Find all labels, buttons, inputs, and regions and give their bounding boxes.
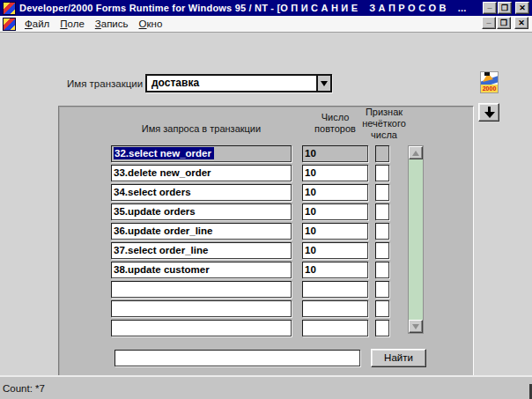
logo-2000-text: 2000 xyxy=(481,85,498,92)
mdi-restore-button[interactable]: ❐ xyxy=(497,17,511,29)
mdi-close-button[interactable]: ✕ xyxy=(514,17,528,29)
statusbar: Count: *7 xyxy=(0,375,532,399)
queries-panel: Имя запроса в транзакции Число повторов … xyxy=(58,106,474,381)
repeat-count-field[interactable]: 10 xyxy=(302,203,368,220)
fuzzy-flag-field[interactable] xyxy=(375,300,389,317)
repeat-count-field[interactable]: 10 xyxy=(302,242,368,259)
find-button[interactable]: Найти xyxy=(371,349,426,367)
query-name-field[interactable]: 35.update orders xyxy=(111,203,292,220)
search-input[interactable] xyxy=(115,350,360,366)
divider xyxy=(512,17,514,29)
fuzzy-flag-field[interactable] xyxy=(375,165,389,181)
fuzzy-flag-field[interactable] xyxy=(375,262,389,278)
repeat-count-field[interactable] xyxy=(302,300,368,317)
close-button[interactable]: ✕ xyxy=(515,2,529,14)
mdi-window-controls: _ ❐ ✕ xyxy=(482,17,528,29)
fuzzy-flag-field[interactable] xyxy=(375,281,389,298)
query-name-field[interactable] xyxy=(111,300,292,317)
query-name-field[interactable] xyxy=(111,320,292,336)
menubar: Файл Поле Запись Окно _ ❐ ✕ xyxy=(0,16,532,33)
triangle-down-icon xyxy=(412,324,419,329)
mdi-minimize-button[interactable]: _ xyxy=(482,17,496,29)
fuzzy-flag-field[interactable] xyxy=(375,242,389,259)
transaction-name-label: Имя транзакции xyxy=(67,78,143,89)
repeat-count-field[interactable] xyxy=(302,281,368,298)
query-name-field[interactable]: 34.select orders xyxy=(111,184,292,201)
app-icon[interactable] xyxy=(3,2,16,15)
selected-text: 32.select new_order xyxy=(114,147,214,159)
triangle-up-icon xyxy=(412,151,419,156)
developer2000-logo: 2000 xyxy=(480,71,499,93)
scroll-down-button[interactable] xyxy=(409,320,423,333)
fuzzy-flag-field[interactable] xyxy=(375,184,389,201)
fuzzy-flag-field[interactable] xyxy=(375,320,389,336)
window-controls: _ ❐ ✕ xyxy=(483,2,529,14)
query-name-field[interactable]: 32.select new_order xyxy=(111,145,292,162)
record-count-text: Count: *7 xyxy=(3,383,45,394)
menu-record[interactable]: Запись xyxy=(90,17,134,32)
next-record-button[interactable] xyxy=(478,103,499,122)
scroll-up-button[interactable] xyxy=(409,146,423,159)
divider xyxy=(513,2,514,14)
repeat-count-field[interactable]: 10 xyxy=(302,184,368,201)
combo-dropdown-button[interactable] xyxy=(316,76,330,91)
menu-field[interactable]: Поле xyxy=(55,17,90,32)
window-title: Developer/2000 Forms Runtime for Windows… xyxy=(19,0,483,16)
transaction-combobox[interactable]: доставка xyxy=(145,74,332,92)
fuzzy-flag-field[interactable] xyxy=(375,145,389,162)
fuzzy-flag-field[interactable] xyxy=(375,223,389,240)
repeat-count-field[interactable]: 10 xyxy=(302,262,368,278)
mdi-child-icon[interactable] xyxy=(3,18,16,31)
restore-button[interactable]: ❐ xyxy=(498,2,512,14)
column-header-query-name: Имя запроса в транзакции xyxy=(111,123,292,135)
query-name-field[interactable]: 37.select order_line xyxy=(111,242,292,259)
query-name-field[interactable]: 38.update customer xyxy=(111,262,292,278)
repeat-count-field[interactable] xyxy=(302,320,368,336)
menu-window[interactable]: Окно xyxy=(134,17,168,32)
repeat-count-field[interactable]: 10 xyxy=(302,223,368,240)
query-name-field[interactable]: 33.delete new_order xyxy=(111,165,292,181)
query-name-field[interactable]: 36.update order_line xyxy=(111,223,292,240)
records-scrollbar[interactable] xyxy=(408,145,424,334)
arrow-down-icon xyxy=(483,107,496,118)
chevron-down-icon xyxy=(321,81,328,86)
minimize-button[interactable]: _ xyxy=(483,2,497,14)
form-canvas: Имя транзакции доставка 2000 Имя запроса… xyxy=(0,33,532,374)
titlebar: Developer/2000 Forms Runtime for Windows… xyxy=(0,0,532,16)
menu-file[interactable]: Файл xyxy=(19,17,55,32)
column-header-fuzzy-flag: Признак нечёткого числа xyxy=(357,107,411,141)
forms-runtime-window: Developer/2000 Forms Runtime for Windows… xyxy=(0,0,532,399)
logo-hat xyxy=(484,72,490,76)
repeat-count-field[interactable]: 10 xyxy=(302,145,368,162)
repeat-count-field[interactable]: 10 xyxy=(302,165,368,181)
fuzzy-flag-field[interactable] xyxy=(375,203,389,220)
transaction-value: доставка xyxy=(151,77,199,90)
query-name-field[interactable] xyxy=(111,281,292,298)
